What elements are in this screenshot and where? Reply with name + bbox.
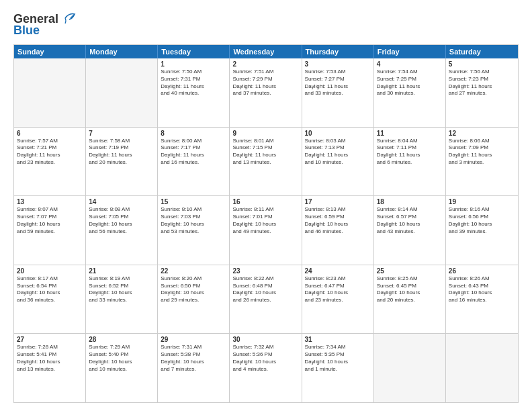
day-info: Sunrise: 8:11 AM Sunset: 7:01 PM Dayligh…: [232, 206, 298, 235]
day-number: 18: [377, 198, 443, 205]
day-number: 12: [449, 130, 515, 137]
day-number: 17: [305, 198, 371, 205]
day-info: Sunrise: 7:56 AM Sunset: 7:23 PM Dayligh…: [449, 68, 515, 97]
day-info: Sunrise: 7:57 AM Sunset: 7:21 PM Dayligh…: [17, 138, 83, 167]
calendar-row-1: 6Sunrise: 7:57 AM Sunset: 7:21 PM Daylig…: [14, 127, 518, 196]
day-info: Sunrise: 8:14 AM Sunset: 6:57 PM Dayligh…: [377, 206, 443, 235]
day-number: 5: [449, 60, 515, 68]
day-cell-16: 16Sunrise: 8:11 AM Sunset: 7:01 PM Dayli…: [230, 196, 302, 265]
day-info: Sunrise: 8:16 AM Sunset: 6:56 PM Dayligh…: [449, 206, 515, 235]
day-number: 6: [17, 130, 83, 137]
day-info: Sunrise: 8:26 AM Sunset: 6:43 PM Dayligh…: [449, 275, 515, 304]
day-cell-25: 25Sunrise: 8:25 AM Sunset: 6:45 PM Dayli…: [374, 265, 446, 334]
day-cell-24: 24Sunrise: 8:23 AM Sunset: 6:47 PM Dayli…: [302, 265, 374, 334]
weekday-header-tuesday: Tuesday: [158, 45, 230, 58]
day-info: Sunrise: 8:23 AM Sunset: 6:47 PM Dayligh…: [305, 275, 371, 304]
day-cell-23: 23Sunrise: 8:22 AM Sunset: 6:48 PM Dayli…: [230, 265, 302, 334]
day-info: Sunrise: 8:03 AM Sunset: 7:13 PM Dayligh…: [305, 138, 371, 167]
day-number: 22: [161, 267, 226, 275]
calendar-row-4: 27Sunrise: 7:28 AM Sunset: 5:41 PM Dayli…: [14, 333, 518, 402]
day-cell-6: 6Sunrise: 7:57 AM Sunset: 7:21 PM Daylig…: [14, 128, 86, 196]
day-number: 4: [377, 60, 443, 68]
day-number: 11: [377, 130, 443, 137]
calendar-body: 1Sunrise: 7:50 AM Sunset: 7:31 PM Daylig…: [14, 58, 518, 402]
day-cell-21: 21Sunrise: 8:19 AM Sunset: 6:52 PM Dayli…: [86, 265, 158, 334]
day-cell-5: 5Sunrise: 7:56 AM Sunset: 7:23 PM Daylig…: [446, 58, 518, 127]
day-number: 30: [232, 336, 298, 343]
day-info: Sunrise: 8:13 AM Sunset: 6:59 PM Dayligh…: [305, 206, 371, 235]
day-number: 3: [305, 60, 371, 68]
day-cell-13: 13Sunrise: 8:07 AM Sunset: 7:07 PM Dayli…: [14, 196, 86, 265]
day-info: Sunrise: 8:22 AM Sunset: 6:48 PM Dayligh…: [232, 275, 298, 304]
day-info: Sunrise: 8:10 AM Sunset: 7:03 PM Dayligh…: [161, 206, 226, 235]
weekday-header-thursday: Thursday: [302, 45, 374, 58]
day-number: 1: [161, 60, 226, 68]
day-info: Sunrise: 8:19 AM Sunset: 6:52 PM Dayligh…: [89, 275, 154, 304]
day-info: Sunrise: 8:08 AM Sunset: 7:05 PM Dayligh…: [89, 206, 154, 235]
page: General Blue SundayMondayTuesdayWednesda…: [0, 0, 532, 411]
day-cell-12: 12Sunrise: 8:06 AM Sunset: 7:09 PM Dayli…: [446, 128, 518, 196]
day-number: 10: [305, 130, 371, 137]
day-cell-18: 18Sunrise: 8:14 AM Sunset: 6:57 PM Dayli…: [374, 196, 446, 265]
day-number: 26: [449, 267, 515, 275]
day-info: Sunrise: 8:07 AM Sunset: 7:07 PM Dayligh…: [17, 206, 83, 235]
weekday-header-monday: Monday: [86, 45, 158, 58]
day-number: 8: [161, 130, 226, 137]
day-info: Sunrise: 8:25 AM Sunset: 6:45 PM Dayligh…: [377, 275, 443, 304]
day-info: Sunrise: 7:53 AM Sunset: 7:27 PM Dayligh…: [305, 68, 371, 97]
calendar-row-3: 20Sunrise: 8:17 AM Sunset: 6:54 PM Dayli…: [14, 265, 518, 334]
weekday-header-wednesday: Wednesday: [230, 45, 302, 58]
day-cell-7: 7Sunrise: 7:58 AM Sunset: 7:19 PM Daylig…: [86, 128, 158, 196]
day-info: Sunrise: 7:29 AM Sunset: 5:40 PM Dayligh…: [89, 344, 154, 373]
day-number: 21: [89, 267, 154, 275]
day-cell-20: 20Sunrise: 8:17 AM Sunset: 6:54 PM Dayli…: [14, 265, 86, 334]
day-cell-1: 1Sunrise: 7:50 AM Sunset: 7:31 PM Daylig…: [158, 58, 230, 127]
day-cell-27: 27Sunrise: 7:28 AM Sunset: 5:41 PM Dayli…: [14, 334, 86, 402]
day-cell-30: 30Sunrise: 7:32 AM Sunset: 5:36 PM Dayli…: [230, 334, 302, 402]
day-cell-29: 29Sunrise: 7:31 AM Sunset: 5:38 PM Dayli…: [158, 334, 230, 402]
day-cell-empty-4-5: [374, 334, 446, 402]
weekday-header-sunday: Sunday: [14, 45, 86, 58]
day-info: Sunrise: 7:28 AM Sunset: 5:41 PM Dayligh…: [17, 344, 83, 373]
day-number: 24: [305, 267, 371, 275]
day-cell-14: 14Sunrise: 8:08 AM Sunset: 7:05 PM Dayli…: [86, 196, 158, 265]
day-cell-11: 11Sunrise: 8:04 AM Sunset: 7:11 PM Dayli…: [374, 128, 446, 196]
calendar-row-0: 1Sunrise: 7:50 AM Sunset: 7:31 PM Daylig…: [14, 58, 518, 127]
day-cell-empty-4-6: [446, 334, 518, 402]
day-cell-19: 19Sunrise: 8:16 AM Sunset: 6:56 PM Dayli…: [446, 196, 518, 265]
day-info: Sunrise: 7:58 AM Sunset: 7:19 PM Dayligh…: [89, 138, 154, 167]
day-number: 27: [17, 336, 83, 343]
day-info: Sunrise: 7:32 AM Sunset: 5:36 PM Dayligh…: [232, 344, 298, 373]
logo-bird-icon: [60, 11, 76, 25]
day-cell-4: 4Sunrise: 7:54 AM Sunset: 7:25 PM Daylig…: [374, 58, 446, 127]
header: General Blue: [13, 12, 519, 38]
day-number: 15: [161, 198, 226, 205]
day-cell-3: 3Sunrise: 7:53 AM Sunset: 7:27 PM Daylig…: [302, 58, 374, 127]
day-info: Sunrise: 7:50 AM Sunset: 7:31 PM Dayligh…: [161, 68, 226, 97]
day-cell-empty-0-1: [86, 58, 158, 127]
day-info: Sunrise: 8:17 AM Sunset: 6:54 PM Dayligh…: [17, 275, 83, 304]
day-cell-22: 22Sunrise: 8:20 AM Sunset: 6:50 PM Dayli…: [158, 265, 230, 334]
calendar: SundayMondayTuesdayWednesdayThursdayFrid…: [13, 44, 519, 403]
day-cell-10: 10Sunrise: 8:03 AM Sunset: 7:13 PM Dayli…: [302, 128, 374, 196]
day-number: 20: [17, 267, 83, 275]
day-cell-31: 31Sunrise: 7:34 AM Sunset: 5:35 PM Dayli…: [302, 334, 374, 402]
day-number: 19: [449, 198, 515, 205]
day-info: Sunrise: 7:51 AM Sunset: 7:29 PM Dayligh…: [232, 68, 298, 97]
day-cell-empty-0-0: [14, 58, 86, 127]
weekday-header-saturday: Saturday: [446, 45, 518, 58]
day-number: 14: [89, 198, 154, 205]
calendar-row-2: 13Sunrise: 8:07 AM Sunset: 7:07 PM Dayli…: [14, 195, 518, 265]
day-cell-15: 15Sunrise: 8:10 AM Sunset: 7:03 PM Dayli…: [158, 196, 230, 265]
day-info: Sunrise: 8:06 AM Sunset: 7:09 PM Dayligh…: [449, 138, 515, 167]
day-cell-28: 28Sunrise: 7:29 AM Sunset: 5:40 PM Dayli…: [86, 334, 158, 402]
day-info: Sunrise: 8:00 AM Sunset: 7:17 PM Dayligh…: [161, 138, 226, 167]
day-number: 9: [232, 130, 298, 137]
logo: General Blue: [13, 12, 76, 38]
day-cell-17: 17Sunrise: 8:13 AM Sunset: 6:59 PM Dayli…: [302, 196, 374, 265]
weekday-header-friday: Friday: [374, 45, 446, 58]
day-number: 2: [232, 60, 298, 68]
day-info: Sunrise: 8:20 AM Sunset: 6:50 PM Dayligh…: [161, 275, 226, 304]
calendar-header: SundayMondayTuesdayWednesdayThursdayFrid…: [14, 45, 518, 58]
day-info: Sunrise: 7:31 AM Sunset: 5:38 PM Dayligh…: [161, 344, 226, 373]
